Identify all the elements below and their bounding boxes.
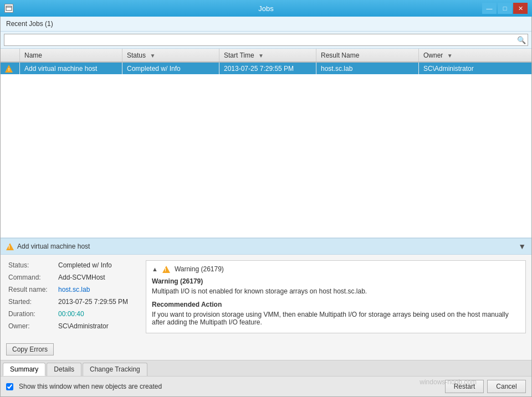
table-row[interactable]: Add virtual machine hostCompleted w/ Inf…	[1, 62, 531, 74]
owner-sort-arrow: ▼	[447, 53, 453, 59]
owner-label: Owner:	[6, 321, 56, 333]
starttime-sort-arrow: ▼	[258, 53, 264, 59]
detail-header-left: Add virtual machine host	[6, 243, 90, 250]
bottom-bar-left: Show this window when new objects are cr…	[6, 383, 162, 390]
copy-errors-row: Copy Errors	[1, 339, 531, 360]
titlebar-left	[4, 4, 13, 13]
row-result-name: host.sc.lab	[316, 62, 419, 74]
detail-header[interactable]: Add virtual machine host ▼	[1, 239, 531, 255]
jobs-table-container: Name Status ▼ Start Time ▼ Result Name O	[1, 49, 531, 238]
minimize-button[interactable]: —	[482, 3, 497, 14]
col-header-owner[interactable]: Owner ▼	[419, 49, 532, 62]
col-header-name[interactable]: Name	[20, 49, 122, 62]
warning-message: Multipath I/O is not enabled for known s…	[152, 287, 520, 295]
warning-header-text: Warning (26179)	[175, 265, 224, 273]
recommended-action-text: If you want to provision storage using V…	[152, 311, 520, 326]
started-value: 2013-07-25 7:29:55 PM	[56, 297, 139, 309]
table-header-row: Name Status ▼ Start Time ▼ Result Name O	[1, 49, 531, 62]
duration-value: 00:00:40	[56, 309, 139, 321]
warning-icon	[162, 266, 170, 273]
recent-jobs-header: Recent Jobs (1)	[1, 17, 531, 32]
warning-collapse-icon[interactable]: ▲	[152, 266, 158, 272]
titlebar: Jobs — □ ✕	[0, 0, 532, 17]
warning-title: Warning (26179)	[152, 277, 520, 285]
status-value: Completed w/ Info	[56, 260, 139, 272]
row-name: Add virtual machine host	[20, 62, 122, 74]
owner-value: SC\Administrator	[56, 321, 139, 333]
tab-details[interactable]: Details	[47, 363, 81, 376]
show-window-label: Show this window when new objects are cr…	[19, 383, 162, 390]
tab-change-tracking[interactable]: Change Tracking	[83, 363, 147, 376]
search-wrapper: 🔍	[4, 34, 528, 46]
command-value: Add-SCVMHost	[56, 272, 139, 285]
started-label: Started:	[6, 297, 56, 309]
detail-warning-icon	[6, 243, 14, 250]
copy-errors-button[interactable]: Copy Errors	[6, 343, 54, 355]
warning-box: ▲ Warning (26179) Warning (26179) Multip…	[146, 260, 526, 333]
col-header-status[interactable]: Status ▼	[122, 49, 219, 62]
col-header-resultname[interactable]: Result Name	[316, 49, 419, 62]
col-header-starttime[interactable]: Start Time ▼	[219, 49, 316, 62]
status-sort-arrow: ▼	[150, 53, 155, 59]
row-start-time: 2013-07-25 7:29:55 PM	[219, 62, 316, 74]
detail-info: Status: Completed w/ Info Command: Add-S…	[6, 260, 139, 333]
app-icon	[4, 4, 13, 13]
close-button[interactable]: ✕	[513, 3, 528, 14]
row-status: Completed w/ Info	[122, 62, 219, 74]
result-name-label: Result name:	[6, 285, 56, 297]
detail-expand-icon[interactable]: ▼	[518, 242, 526, 251]
cancel-button[interactable]: Cancel	[487, 380, 526, 393]
tab-summary[interactable]: Summary	[3, 363, 45, 376]
warning-box-header: ▲ Warning (26179)	[152, 265, 520, 273]
bottom-bar-right: Restart Cancel	[445, 380, 526, 393]
command-label: Command:	[6, 272, 56, 285]
status-label: Status:	[6, 260, 56, 272]
detail-panel: Add virtual machine host ▼ Status: Compl…	[1, 238, 531, 360]
search-icon: 🔍	[517, 36, 526, 44]
duration-label: Duration:	[6, 309, 56, 321]
col-header-icon	[1, 49, 20, 62]
svg-rect-0	[6, 6, 12, 11]
show-window-checkbox[interactable]	[6, 383, 13, 390]
restart-button[interactable]: Restart	[445, 380, 484, 393]
recommended-action-title: Recommended Action	[152, 301, 520, 308]
main-container: Recent Jobs (1) 🔍 Name Status ▼	[0, 17, 532, 397]
search-bar: 🔍	[1, 32, 531, 49]
bottom-bar: Show this window when new objects are cr…	[1, 376, 531, 396]
window-controls: — □ ✕	[482, 3, 528, 14]
row-icon	[1, 62, 20, 74]
result-name-value: host.sc.lab	[56, 285, 139, 297]
window-title: Jobs	[258, 4, 273, 13]
jobs-table: Name Status ▼ Start Time ▼ Result Name O	[1, 49, 531, 74]
maximize-button[interactable]: □	[498, 3, 512, 14]
detail-content: Status: Completed w/ Info Command: Add-S…	[1, 255, 531, 339]
row-owner: SC\Administrator	[419, 62, 532, 74]
tabs-row: SummaryDetailsChange Tracking	[1, 360, 531, 376]
detail-title: Add virtual machine host	[17, 243, 90, 250]
search-input[interactable]	[4, 34, 528, 46]
